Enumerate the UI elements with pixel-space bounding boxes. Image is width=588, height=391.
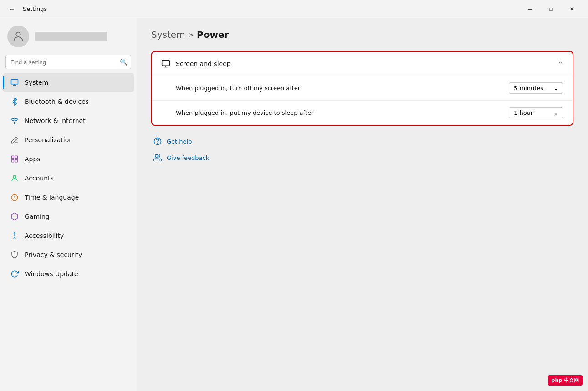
sleep-dropdown-chevron: ⌄ — [553, 109, 558, 116]
sidebar-item-accessibility[interactable]: Accessibility — [3, 226, 134, 245]
svg-rect-3 — [11, 156, 14, 158]
minimize-button[interactable]: ─ — [520, 2, 541, 16]
chevron-up-icon: ⌃ — [558, 60, 563, 67]
privacy-icon — [10, 250, 19, 259]
screen-sleep-header[interactable]: Screen and sleep ⌃ — [152, 52, 573, 76]
user-section — [0, 18, 137, 53]
get-help-icon — [153, 137, 162, 146]
network-icon — [10, 116, 19, 125]
screen-sleep-title: Screen and sleep — [176, 60, 231, 67]
windows-update-icon — [10, 269, 19, 278]
sleep-value: 1 hour — [514, 109, 533, 116]
screen-off-dropdown-chevron: ⌄ — [553, 85, 558, 92]
screen-off-value: 5 minutes — [514, 85, 543, 92]
sidebar-item-label-apps: Apps — [25, 155, 41, 163]
title-bar: ← Settings ─ □ ✕ — [0, 0, 588, 18]
sidebar-item-gaming[interactable]: Gaming — [3, 207, 134, 226]
breadcrumb-current: Power — [197, 29, 229, 40]
search-input[interactable] — [5, 55, 131, 69]
avatar — [7, 26, 29, 47]
screen-off-dropdown[interactable]: 5 minutes ⌄ — [509, 82, 563, 94]
sleep-dropdown[interactable]: 1 hour ⌄ — [509, 107, 563, 118]
app-title: Settings — [23, 5, 47, 12]
sidebar-item-bluetooth[interactable]: Bluetooth & devices — [3, 93, 134, 111]
svg-rect-5 — [11, 160, 14, 162]
sidebar-item-time[interactable]: Time & language — [3, 188, 134, 206]
sidebar-item-windows-update[interactable]: Windows Update — [3, 265, 134, 283]
sidebar-item-system[interactable]: System — [3, 73, 134, 92]
svg-point-13 — [155, 154, 158, 157]
sidebar: 🔍 System Bluetooth & devices — [0, 18, 137, 391]
sidebar-item-label-windows-update: Windows Update — [25, 270, 78, 278]
sidebar-item-label-accessibility: Accessibility — [25, 232, 64, 239]
help-section: Get help Give feedback — [151, 133, 573, 166]
screen-sleep-card: Screen and sleep ⌃ When plugged in, turn… — [151, 51, 573, 126]
maximize-button[interactable]: □ — [541, 2, 562, 16]
svg-rect-4 — [15, 156, 18, 158]
sidebar-item-accounts[interactable]: Accounts — [3, 169, 134, 187]
give-feedback-label: Give feedback — [167, 154, 209, 161]
screen-off-label: When plugged in, turn off my screen afte… — [176, 85, 300, 92]
search-icon: 🔍 — [120, 58, 128, 66]
sidebar-item-privacy[interactable]: Privacy & security — [3, 246, 134, 264]
sidebar-item-label-network: Network & internet — [25, 117, 86, 124]
accessibility-icon — [10, 231, 19, 240]
svg-point-2 — [14, 123, 15, 124]
screen-off-row: When plugged in, turn off my screen afte… — [152, 76, 573, 100]
svg-point-9 — [14, 232, 15, 234]
app-container: 🔍 System Bluetooth & devices — [0, 18, 588, 391]
svg-point-0 — [16, 32, 20, 36]
system-icon — [10, 78, 19, 87]
back-button[interactable]: ← — [5, 3, 18, 15]
search-box: 🔍 — [5, 55, 131, 69]
svg-point-7 — [13, 175, 16, 178]
watermark-label: php 中文网 — [552, 377, 579, 384]
sidebar-item-label-system: System — [25, 79, 48, 86]
apps-icon — [10, 154, 19, 164]
personalization-icon — [10, 135, 19, 144]
time-icon — [10, 193, 19, 202]
sidebar-item-apps[interactable]: Apps — [3, 150, 134, 168]
card-header-left: Screen and sleep — [161, 59, 231, 68]
sleep-label: When plugged in, put my device to sleep … — [176, 109, 313, 116]
screen-sleep-icon — [161, 59, 170, 68]
sidebar-item-label-gaming: Gaming — [25, 213, 50, 220]
bluetooth-icon — [10, 97, 19, 106]
gaming-icon — [10, 212, 19, 221]
window-controls: ─ □ ✕ — [520, 2, 583, 16]
close-button[interactable]: ✕ — [562, 2, 583, 16]
title-bar-left: ← Settings — [5, 3, 47, 15]
sidebar-item-label-privacy: Privacy & security — [25, 251, 82, 258]
svg-rect-1 — [11, 79, 18, 84]
sidebar-item-label-time: Time & language — [25, 194, 79, 201]
user-name — [35, 32, 107, 41]
give-feedback-icon — [153, 153, 162, 162]
svg-rect-10 — [162, 61, 170, 66]
sidebar-item-label-bluetooth: Bluetooth & devices — [25, 98, 89, 105]
breadcrumb-parent: System — [151, 29, 185, 40]
svg-rect-6 — [15, 160, 18, 162]
get-help-label: Get help — [167, 138, 192, 145]
accounts-icon — [10, 174, 19, 183]
breadcrumb-separator: > — [188, 31, 194, 39]
breadcrumb: System > Power — [151, 29, 573, 40]
get-help-link[interactable]: Get help — [151, 133, 573, 149]
svg-point-12 — [158, 143, 158, 143]
watermark: php 中文网 — [548, 375, 583, 386]
give-feedback-link[interactable]: Give feedback — [151, 149, 573, 166]
sidebar-item-network[interactable]: Network & internet — [3, 112, 134, 130]
sidebar-item-personalization[interactable]: Personalization — [3, 131, 134, 149]
sidebar-item-label-accounts: Accounts — [25, 175, 54, 182]
content-area: System > Power Screen and sleep ⌃ — [137, 18, 588, 391]
sidebar-item-label-personalization: Personalization — [25, 136, 73, 144]
sleep-row: When plugged in, put my device to sleep … — [152, 100, 573, 125]
